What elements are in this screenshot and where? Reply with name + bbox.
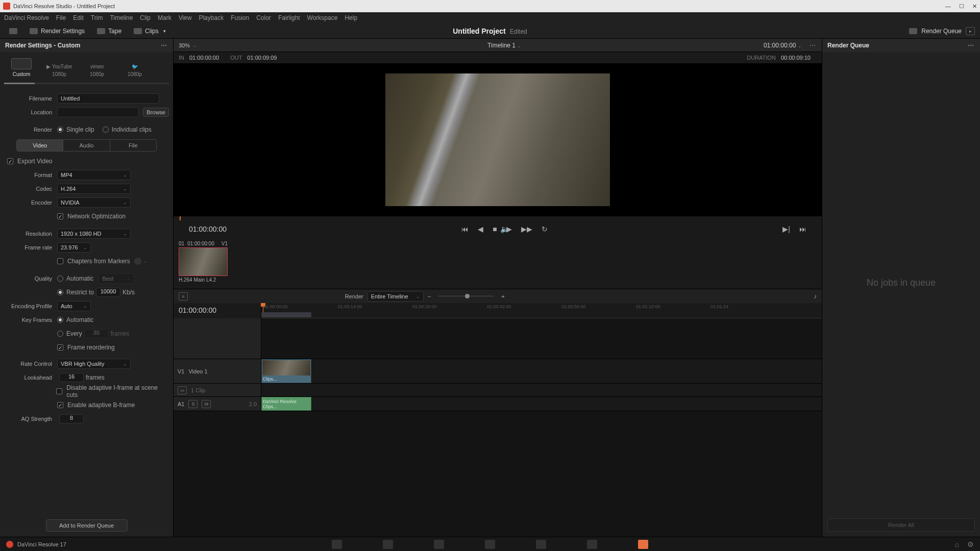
menu-mark[interactable]: Mark (158, 14, 172, 21)
prev-frame-icon[interactable]: ◀ (478, 225, 483, 233)
viewer[interactable] (174, 63, 822, 216)
zoom-out-icon[interactable]: − (428, 293, 431, 299)
last-clip-icon[interactable]: ▶| (782, 225, 790, 233)
clip-thumbnail[interactable]: 0101:00:00:00V1 H.264 Main L4.2 (179, 241, 228, 286)
chapters-check[interactable] (57, 258, 63, 264)
zoom-select[interactable]: 30% (179, 42, 190, 48)
format-select[interactable]: MP4⌄ (57, 170, 131, 180)
menu-help[interactable]: Help (345, 14, 357, 21)
aq-strength-input[interactable]: 8 (59, 414, 84, 423)
preset-twitter[interactable]: 🐦1080p (116, 62, 153, 79)
encoder-select[interactable]: NVIDIA⌄ (57, 197, 131, 208)
ruler-track[interactable]: 01:00:00:00 01:00:14:00 01:00:28:00 01:0… (261, 303, 822, 318)
playhead-icon[interactable] (180, 216, 181, 220)
menu-fairlight[interactable]: Fairlight (278, 14, 300, 21)
video-lane[interactable]: DaVinci Resolve Clips... (261, 359, 822, 383)
resolution-select[interactable]: 980 x 551 HD⌄ (57, 229, 131, 239)
home-icon[interactable]: ⌂ (955, 540, 959, 548)
viewer-more-icon[interactable]: ⋯ (810, 42, 817, 49)
render-queue-button[interactable]: Render Queue (921, 28, 962, 35)
last-frame-icon[interactable]: ⏭ (799, 225, 806, 233)
video-clip[interactable]: DaVinci Resolve Clips... (261, 359, 311, 383)
quality-auto-radio[interactable] (57, 276, 63, 282)
export-video-check[interactable] (7, 158, 13, 164)
timeline-name[interactable]: Timeline 1 ⌄ (487, 42, 521, 49)
marker-color-icon[interactable] (134, 258, 141, 265)
render-all-button[interactable]: Render All (827, 518, 975, 532)
edit-page-icon[interactable] (434, 540, 444, 549)
viewer-timecode[interactable]: 01:00:00:00 (764, 42, 796, 49)
scrubber[interactable] (174, 216, 822, 220)
next-frame-icon[interactable]: ▶▶ (521, 225, 532, 233)
first-frame-icon[interactable]: ⏮ (461, 225, 469, 233)
tape-button[interactable]: Tape (93, 26, 126, 36)
frame-reorder-check[interactable] (57, 344, 63, 350)
zoom-slider[interactable] (438, 295, 494, 297)
fairlight-page-icon[interactable] (587, 540, 597, 549)
add-to-queue-button[interactable]: Add to Render Queue (46, 519, 128, 532)
expand-icon[interactable]: ▸ (966, 27, 975, 35)
stop-icon[interactable]: ■ (493, 225, 497, 233)
clips-button[interactable]: Clips▾ (130, 26, 170, 36)
cut-page-icon[interactable] (383, 540, 393, 549)
menu-timeline[interactable]: Timeline (110, 14, 133, 21)
maximize-button[interactable]: ☐ (959, 3, 964, 10)
menu-trim[interactable]: Trim (91, 14, 103, 21)
menu-clip[interactable]: Clip (140, 14, 151, 21)
media-page-icon[interactable] (332, 540, 342, 549)
preset-vimeo[interactable]: vimeo1080p (79, 62, 115, 79)
menu-davinci[interactable]: DaVinci Resolve (4, 14, 49, 21)
audio-lane[interactable]: DaVinci Resolve Clips... (261, 397, 822, 411)
audio-clip[interactable]: DaVinci Resolve Clips... (261, 397, 311, 411)
settings-icon[interactable]: ⚙ (967, 540, 974, 548)
encoding-profile-select[interactable]: Auto⌄ (57, 301, 91, 311)
menu-workspace[interactable]: Workspace (307, 14, 338, 21)
track-mode-icon[interactable]: ▭ (178, 386, 187, 394)
preset-youtube[interactable]: ▶ YouTube1080p (41, 62, 78, 79)
queue-more-icon[interactable]: ⋯ (968, 42, 975, 49)
audio-waveform-icon[interactable]: ♪ (814, 293, 817, 300)
presets-toggle[interactable] (5, 27, 21, 36)
minimize-button[interactable]: — (945, 3, 951, 10)
kf-every-radio[interactable] (57, 331, 63, 337)
close-button[interactable]: ✕ (972, 3, 977, 10)
preset-custom[interactable]: Custom (3, 56, 40, 79)
render-settings-button[interactable]: Render Settings (26, 26, 89, 36)
enable-bframe-check[interactable] (57, 402, 63, 408)
preset-scrollbar[interactable] (4, 83, 169, 84)
tab-audio[interactable]: Audio (63, 140, 110, 151)
bitrate-input[interactable]: 10000 (96, 288, 120, 297)
kf-auto-radio[interactable] (57, 317, 63, 323)
lookahead-input[interactable]: 16 (59, 373, 84, 382)
play-icon[interactable]: ▶ (506, 225, 512, 233)
solo-button[interactable]: S (188, 400, 198, 408)
fusion-page-icon[interactable] (485, 540, 495, 549)
render-range-select[interactable]: Entire Timeline⌄ (368, 291, 424, 302)
color-page-icon[interactable] (536, 540, 546, 549)
location-input[interactable] (57, 107, 139, 117)
tab-file[interactable]: File (110, 140, 156, 151)
browse-button[interactable]: Browse (143, 108, 169, 117)
deliver-page-icon[interactable] (638, 540, 648, 549)
tl-view-icon[interactable]: ≡ (179, 292, 188, 300)
network-opt-check[interactable] (57, 213, 63, 219)
menu-file[interactable]: File (56, 14, 66, 21)
single-clip-radio[interactable] (57, 127, 63, 133)
individual-clips-radio[interactable] (103, 127, 109, 133)
filename-input[interactable]: Untitled (57, 93, 159, 104)
menu-color[interactable]: Color (256, 14, 271, 21)
framerate-select[interactable]: 23.976⌄ (57, 242, 91, 253)
mute-button[interactable]: M (202, 400, 211, 408)
menu-fusion[interactable]: Fusion (231, 14, 249, 21)
restrict-radio[interactable] (57, 289, 63, 295)
menu-view[interactable]: View (179, 14, 192, 21)
more-icon[interactable]: ⋯ (161, 42, 168, 49)
render-range-indicator[interactable] (261, 312, 311, 317)
zoom-in-icon[interactable]: + (501, 293, 504, 299)
rate-control-select[interactable]: VBR High Quality⌄ (57, 359, 131, 369)
menu-playback[interactable]: Playback (199, 14, 224, 21)
menu-edit[interactable]: Edit (73, 14, 84, 21)
tab-video[interactable]: Video (17, 140, 63, 151)
loop-icon[interactable]: ↻ (542, 225, 548, 233)
codec-select[interactable]: H.264⌄ (57, 184, 131, 194)
